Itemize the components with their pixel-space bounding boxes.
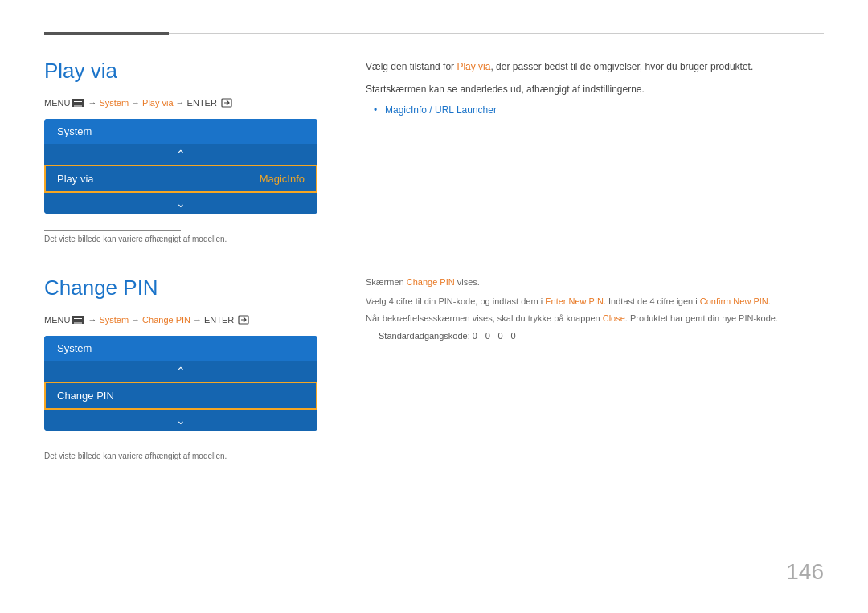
change-pin-right: Skærmen Change PIN vises. Vælg 4 cifre t… — [366, 276, 824, 460]
caption-rule-1 — [44, 230, 181, 231]
system-label: System — [99, 98, 129, 108]
standard-code: Standardadgangskode: 0 - 0 - 0 - 0 — [366, 331, 824, 341]
play-via-menu-path: MENU → System → Play via → ENTER — [44, 98, 317, 108]
section-play-via: Play via MENU → System → Play via → ENTE… — [44, 59, 824, 243]
section-divider — [44, 243, 824, 276]
menu-hamburger-icon — [72, 99, 84, 107]
chevron-down-2: ⌄ — [44, 410, 317, 431]
chevron-down: ⌄ — [44, 193, 317, 214]
change-pin-label: Change PIN — [142, 315, 190, 325]
change-pin-desc3: Når bekræftelsesskærmen vises, skal du t… — [366, 312, 824, 326]
arrow-cp1: → — [88, 315, 96, 325]
chevron-up-symbol-2: ⌃ — [176, 366, 186, 377]
top-rule-right — [169, 33, 824, 34]
section-change-pin: Change PIN MENU → System → Change PIN → … — [44, 276, 824, 460]
change-pin-desc2: Vælg 4 cifre til din PIN-kode, og indtas… — [366, 295, 824, 309]
item-label-play-via: Play via — [57, 173, 94, 185]
chevron-up-2: ⌃ — [44, 361, 317, 382]
top-rule-left — [44, 32, 169, 35]
play-via-label: Play via — [142, 98, 174, 108]
enter-icon-2 — [238, 315, 249, 325]
page-container: Play via MENU → System → Play via → ENTE… — [0, 0, 868, 613]
bullet-magicinfo: MagicInfo / URL Launcher — [374, 104, 824, 116]
change-pin-title: Change PIN — [44, 276, 317, 300]
menu-label-2: MENU — [44, 315, 70, 325]
change-pin-highlight: Change PIN — [407, 277, 455, 287]
change-pin-menu-path: MENU → System → Change PIN → ENTER — [44, 315, 317, 325]
play-via-bullet-list: MagicInfo / URL Launcher — [374, 104, 824, 116]
arrow-cp3: → — [193, 315, 202, 325]
change-pin-desc1: Skærmen Change PIN vises. — [366, 276, 824, 290]
caption-1: Det viste billede kan variere afhængigt … — [44, 235, 317, 243]
item-label-change-pin: Change PIN — [57, 390, 114, 402]
play-via-left: Play via MENU → System → Play via → ENTE… — [44, 59, 317, 243]
system-box-play-via: System ⌃ Play via MagicInfo ⌄ — [44, 119, 317, 214]
top-rule — [44, 32, 824, 35]
menu-icon: MENU — [44, 98, 70, 108]
menu-hamburger-icon-2 — [72, 316, 84, 324]
close-highlight: Close — [603, 313, 625, 323]
play-via-title: Play via — [44, 59, 317, 84]
item-value-magicinfo: MagicInfo — [260, 173, 305, 185]
arrow1: → — [88, 98, 96, 108]
system-box-header: System — [44, 119, 317, 144]
chevron-up: ⌃ — [44, 144, 317, 165]
chevron-up-symbol: ⌃ — [176, 149, 186, 160]
arrow-cp2: → — [131, 315, 140, 325]
play-via-highlight: Play via — [457, 61, 490, 72]
system-label-2: System — [99, 315, 129, 325]
enter-icon — [221, 98, 232, 108]
chevron-down-symbol-2: ⌄ — [176, 415, 186, 426]
chevron-down-symbol: ⌄ — [176, 198, 186, 209]
enter-label: ENTER — [187, 98, 217, 108]
caption-2: Det viste billede kan variere afhængigt … — [44, 452, 317, 460]
play-via-desc1: Vælg den tilstand for Play via, der pass… — [366, 59, 824, 75]
caption-rule-2 — [44, 447, 181, 447]
system-box-item-play-via: Play via MagicInfo — [44, 165, 317, 193]
play-via-right: Vælg den tilstand for Play via, der pass… — [366, 59, 824, 243]
enter-new-pin-highlight: Enter New PIN — [545, 296, 604, 306]
change-pin-left: Change PIN MENU → System → Change PIN → … — [44, 276, 317, 460]
system-box-item-change-pin: Change PIN — [44, 382, 317, 410]
enter-label-2: ENTER — [204, 315, 234, 325]
play-via-desc2: Startskærmen kan se anderledes ud, afhæn… — [366, 81, 824, 97]
arrow3: → — [176, 98, 185, 108]
system-box-header-2: System — [44, 336, 317, 361]
sections-wrapper: Play via MENU → System → Play via → ENTE… — [44, 59, 824, 581]
system-box-change-pin: System ⌃ Change PIN ⌄ — [44, 336, 317, 431]
page-number: 146 — [786, 559, 824, 585]
arrow2: → — [131, 98, 140, 108]
confirm-new-pin-highlight: Confirm New PIN — [700, 296, 768, 306]
